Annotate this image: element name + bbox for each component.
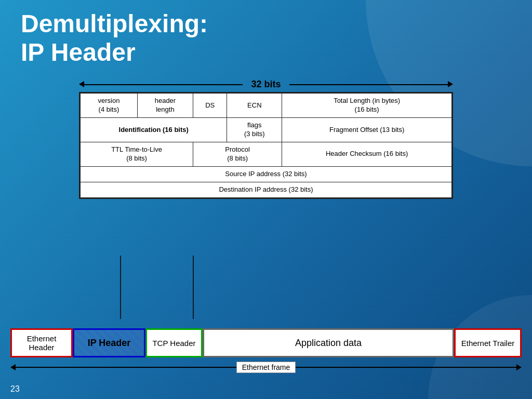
app-data-box: Application data bbox=[203, 328, 454, 357]
arrow-left-head bbox=[79, 80, 84, 89]
ds-cell: DS bbox=[193, 94, 227, 118]
ecn-cell: ECN bbox=[227, 94, 282, 118]
title-line1: Demultiplexing: bbox=[21, 10, 208, 37]
ethernet-trailer-label: Ethernet Trailer bbox=[461, 339, 515, 348]
page-number: 23 bbox=[10, 384, 20, 394]
table-row: Identification (16 bits) flags(3 bits) F… bbox=[81, 118, 452, 142]
checksum-cell: Header Checksum (16 bits) bbox=[282, 142, 452, 166]
arrow-line-right bbox=[289, 84, 448, 85]
ip-header-box: IP Header bbox=[73, 328, 145, 357]
ip-header-table-wrapper: version(4 bits) headerlength DS ECN Tota… bbox=[79, 92, 453, 198]
ethernet-frame-section: Ethernet Header IP Header TCP Header App… bbox=[0, 328, 532, 373]
table-row: Destination IP address (32 bits) bbox=[81, 182, 452, 197]
eth-frame-line-left bbox=[16, 367, 236, 368]
ethernet-frame-label-row: Ethernet frame bbox=[10, 362, 522, 373]
protocol-cell: Protocol(8 bits) bbox=[193, 142, 282, 166]
bits-arrow: 32 bits bbox=[79, 79, 453, 90]
table-row: Source IP address (32 bits) bbox=[81, 166, 452, 182]
header-length-cell: headerlength bbox=[137, 94, 193, 118]
tcp-header-label: TCP Header bbox=[152, 339, 195, 348]
arrow-line-left bbox=[84, 84, 243, 85]
eth-frame-arrow: Ethernet frame bbox=[10, 362, 522, 373]
slide-content: Demultiplexing: IP Header 32 bits versio… bbox=[0, 0, 532, 208]
table-row: TTL Time-to-Live(8 bits) Protocol(8 bits… bbox=[81, 142, 452, 166]
eth-frame-arrow-right bbox=[516, 364, 522, 370]
slide-title: Demultiplexing: IP Header bbox=[21, 9, 511, 66]
bits-label: 32 bits bbox=[243, 79, 289, 90]
app-data-label: Application data bbox=[295, 338, 362, 349]
fragment-offset-cell: Fragment Offset (13 bits) bbox=[282, 118, 452, 142]
frame-boxes: Ethernet Header IP Header TCP Header App… bbox=[10, 328, 522, 357]
arrow-right-head bbox=[448, 80, 453, 89]
identification-cell: Identification (16 bits) bbox=[81, 118, 227, 142]
tcp-header-box: TCP Header bbox=[145, 328, 203, 357]
flags-cell: flags(3 bits) bbox=[227, 118, 282, 142]
dest-ip-cell: Destination IP address (32 bits) bbox=[81, 182, 452, 197]
bits-arrow-row: 32 bits bbox=[79, 79, 453, 90]
ethernet-header-label: Ethernet Header bbox=[16, 334, 67, 352]
title-line2: IP Header bbox=[21, 38, 136, 66]
ttl-cell: TTL Time-to-Live(8 bits) bbox=[81, 142, 193, 166]
version-cell: version(4 bits) bbox=[81, 94, 138, 118]
table-row: version(4 bits) headerlength DS ECN Tota… bbox=[81, 94, 452, 118]
source-ip-cell: Source IP address (32 bits) bbox=[81, 166, 452, 182]
eth-frame-line-right bbox=[296, 367, 516, 368]
eth-frame-arrow-left bbox=[10, 364, 16, 370]
ethernet-trailer-box: Ethernet Trailer bbox=[454, 328, 522, 357]
ethernet-header-box: Ethernet Header bbox=[10, 328, 73, 357]
eth-frame-label: Ethernet frame bbox=[236, 362, 296, 373]
ip-header-label: IP Header bbox=[88, 338, 131, 349]
total-length-cell: Total Length (in bytes)(16 bits) bbox=[282, 94, 452, 118]
ip-header-table: version(4 bits) headerlength DS ECN Tota… bbox=[80, 93, 452, 197]
